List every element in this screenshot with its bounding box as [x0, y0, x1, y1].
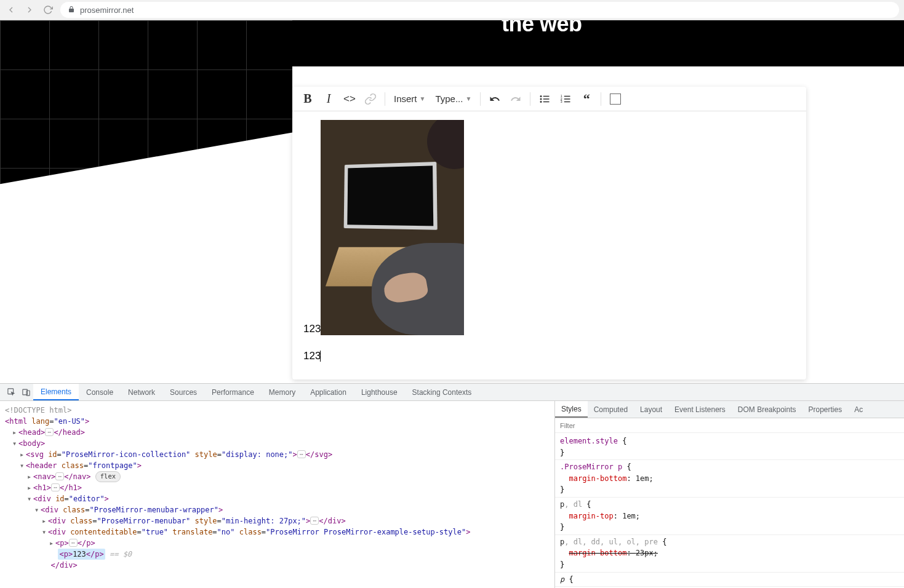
menubar-separator: [601, 92, 601, 106]
editor-card: B I <> Insert▼ Type...▼ 123 “ 123 123: [292, 87, 806, 379]
css-rule[interactable]: element.style { }: [555, 434, 904, 460]
svg-rect-11: [564, 101, 570, 102]
svg-point-0: [540, 95, 542, 97]
editor-text: 123: [303, 323, 321, 335]
dom-node[interactable]: ▸<h1>⋯</h1>: [5, 482, 550, 493]
side-tab-dom-breakpoints[interactable]: DOM Breakpoints: [732, 401, 802, 418]
dom-node-selected[interactable]: <p>123</p> == $0: [5, 549, 550, 560]
editor-image[interactable]: [321, 120, 464, 335]
devtools-side-panel: Styles Computed Layout Event Listeners D…: [554, 401, 904, 588]
svg-rect-3: [543, 95, 550, 97]
hero-grid-bg: [0, 20, 292, 242]
dom-node[interactable]: ▸<div class="ProseMirror-menubar" style=…: [5, 515, 550, 526]
dom-node[interactable]: <html lang="en-US">: [5, 416, 550, 427]
hero-headline-fragment: the web: [502, 20, 582, 37]
url-bar[interactable]: prosemirror.net: [60, 2, 899, 18]
text-cursor: [320, 351, 321, 362]
devtools-panel: Elements Console Network Sources Perform…: [0, 383, 904, 588]
dom-node[interactable]: ▸<head>⋯</head>: [5, 427, 550, 438]
device-toolbar-button[interactable]: [18, 384, 33, 400]
square-icon: [610, 93, 621, 105]
chevron-down-icon: ▼: [465, 95, 471, 102]
back-button[interactable]: [5, 4, 17, 16]
page-content: the web B I <> Insert▼ Type...▼ 123 “ 12…: [0, 20, 904, 383]
side-tab-properties[interactable]: Properties: [802, 401, 849, 418]
menubar-separator: [385, 92, 385, 106]
redo-button[interactable]: [506, 90, 525, 108]
editor-text: 123: [303, 350, 321, 362]
bullet-list-button[interactable]: [535, 90, 554, 108]
italic-button[interactable]: I: [319, 90, 338, 108]
tab-console[interactable]: Console: [79, 384, 121, 400]
code-button[interactable]: <>: [340, 90, 359, 108]
side-tab-event-listeners[interactable]: Event Listeners: [668, 401, 732, 418]
dom-node[interactable]: ▾<div class="ProseMirror-menubar-wrapper…: [5, 504, 550, 515]
editor-content[interactable]: 123 123: [292, 111, 806, 379]
dom-node[interactable]: </div>: [5, 560, 550, 571]
url-text: prosemirror.net: [80, 6, 134, 15]
devtools-main-tabs: Elements Console Network Sources Perform…: [0, 384, 904, 401]
reload-button[interactable]: [42, 4, 54, 16]
side-tab-computed[interactable]: Computed: [588, 401, 634, 418]
insert-dropdown[interactable]: Insert▼: [390, 90, 429, 108]
dom-node[interactable]: ▾<div id="editor">: [5, 493, 550, 504]
editor-paragraph-1[interactable]: 123: [303, 120, 795, 335]
menubar-separator: [480, 92, 481, 106]
tab-memory[interactable]: Memory: [262, 384, 303, 400]
tab-performance[interactable]: Performance: [204, 384, 262, 400]
svg-rect-10: [564, 98, 570, 100]
box-button[interactable]: [606, 90, 625, 108]
browser-toolbar: prosemirror.net: [0, 0, 904, 20]
devtools-side-tabs: Styles Computed Layout Event Listeners D…: [555, 401, 904, 418]
blockquote-button[interactable]: “: [577, 90, 596, 108]
menubar-separator: [530, 92, 530, 106]
tab-sources[interactable]: Sources: [162, 384, 204, 400]
svg-point-2: [540, 101, 542, 103]
chevron-down-icon: ▼: [420, 95, 426, 102]
editor-menubar: B I <> Insert▼ Type...▼ 123 “: [292, 87, 806, 111]
css-rule[interactable]: p, dl, dd, ul, ol, pre { margin-bottom: …: [555, 535, 904, 573]
tab-stacking-contexts[interactable]: Stacking Contexts: [405, 384, 479, 400]
dom-tree[interactable]: <!DOCTYPE html> <html lang="en-US"> ▸<he…: [0, 401, 554, 588]
dom-node[interactable]: <!DOCTYPE html>: [5, 405, 550, 416]
svg-text:3: 3: [561, 100, 562, 103]
svg-rect-5: [543, 101, 550, 102]
styles-filter-input[interactable]: [555, 418, 904, 432]
styles-rules[interactable]: element.style { } .ProseMirror p { margi…: [555, 433, 904, 588]
type-dropdown[interactable]: Type...▼: [431, 90, 475, 108]
side-tab-accessibility[interactable]: Ac: [848, 401, 869, 418]
dom-node[interactable]: ▸<nav>⋯</nav> flex: [5, 471, 550, 482]
tab-network[interactable]: Network: [121, 384, 162, 400]
svg-rect-4: [543, 98, 550, 100]
lock-icon: [68, 6, 75, 15]
side-tab-layout[interactable]: Layout: [634, 401, 668, 418]
bold-button[interactable]: B: [298, 90, 317, 108]
ordered-list-button[interactable]: 123: [556, 90, 575, 108]
inspect-element-button[interactable]: [4, 384, 18, 400]
dom-node[interactable]: ▾<div contenteditable="true" translate="…: [5, 526, 550, 538]
tab-application[interactable]: Application: [303, 384, 354, 400]
side-tab-styles[interactable]: Styles: [555, 401, 588, 418]
tab-lighthouse[interactable]: Lighthouse: [354, 384, 405, 400]
dom-node[interactable]: ▸<p>⋯</p>: [5, 538, 550, 549]
svg-rect-9: [564, 95, 570, 97]
dom-node[interactable]: ▾<header class="frontpage">: [5, 460, 550, 471]
css-rule[interactable]: p {: [555, 573, 904, 587]
forward-button[interactable]: [23, 4, 36, 16]
tab-elements[interactable]: Elements: [33, 384, 79, 400]
css-rule[interactable]: .ProseMirror p { margin-bottom: 1em; }: [555, 460, 904, 498]
hero-strip: the web: [292, 20, 904, 66]
svg-point-1: [540, 98, 542, 100]
dom-node[interactable]: ▸<svg id="ProseMirror-icon-collection" s…: [5, 449, 550, 460]
editor-paragraph-2[interactable]: 123: [303, 350, 795, 362]
dom-node[interactable]: ▾<body>: [5, 438, 550, 449]
link-button[interactable]: [361, 90, 380, 108]
styles-filter[interactable]: [555, 418, 904, 433]
css-rule[interactable]: p, dl { margin-top: 1em; }: [555, 498, 904, 535]
undo-button[interactable]: [486, 90, 504, 108]
